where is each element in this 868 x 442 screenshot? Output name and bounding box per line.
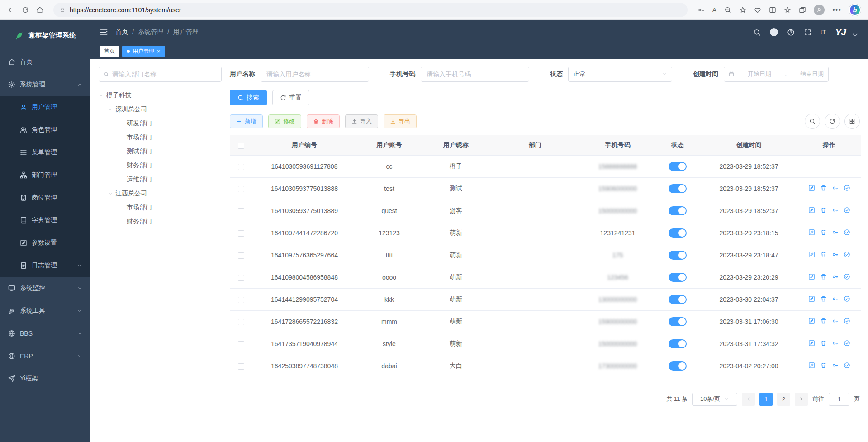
prev-page-button[interactable] [742, 393, 755, 406]
row-assign-role-icon[interactable] [844, 362, 850, 369]
split-screen-icon[interactable] [769, 6, 776, 14]
refresh-table-button[interactable] [825, 114, 840, 129]
row-checkbox[interactable] [238, 341, 244, 347]
row-edit-icon[interactable] [808, 273, 815, 280]
row-checkbox[interactable] [238, 252, 244, 259]
browser-home-icon[interactable] [36, 6, 43, 14]
row-delete-icon[interactable] [820, 340, 827, 347]
import-button[interactable]: 导入 [345, 114, 378, 128]
row-edit-icon[interactable] [808, 207, 815, 214]
reset-button[interactable]: 重置 [272, 90, 309, 105]
breadcrumb-system[interactable]: 系统管理 [138, 28, 163, 36]
copilot-icon[interactable]: b [849, 4, 861, 16]
add-button[interactable]: 新增 [230, 114, 263, 128]
row-reset-password-icon[interactable] [832, 207, 839, 214]
sidebar-item-user-management[interactable]: 用户管理 [0, 96, 90, 119]
tab-user-management[interactable]: 用户管理 × [122, 46, 165, 57]
edit-button[interactable]: 修改 [268, 114, 301, 128]
row-assign-role-icon[interactable] [844, 318, 850, 324]
breadcrumb-home[interactable]: 首页 [115, 28, 128, 36]
search-button[interactable]: 搜索 [230, 90, 267, 105]
tree-node-dept[interactable]: 市场部门 [99, 130, 222, 144]
tab-home[interactable]: 首页 [100, 46, 119, 57]
row-delete-icon[interactable] [820, 251, 827, 258]
tree-node-dept[interactable]: 财务部门 [99, 214, 222, 228]
sidebar-item-erp[interactable]: ERP [0, 345, 90, 367]
row-checkbox[interactable] [238, 363, 244, 370]
row-delete-icon[interactable] [820, 318, 827, 324]
table-row[interactable]: 1641097441472286720 123123 萌新 1231241231… [230, 222, 861, 244]
tree-node-dept[interactable]: 研发部门 [99, 116, 222, 130]
user-logo-badge[interactable]: YJ [835, 27, 846, 38]
sidebar-item-dept-management[interactable]: 部门管理 [0, 164, 90, 186]
phone-input[interactable] [421, 67, 529, 82]
row-delete-icon[interactable] [820, 295, 827, 302]
sidebar-item-menu-management[interactable]: 菜单管理 [0, 141, 90, 164]
sidebar-item-yi-framework[interactable]: Yi框架 [0, 367, 90, 390]
row-reset-password-icon[interactable] [832, 273, 839, 280]
export-button[interactable]: 导出 [384, 114, 417, 128]
row-assign-role-icon[interactable] [844, 340, 850, 347]
sidebar-item-system-monitor[interactable]: 系统监控 [0, 277, 90, 299]
status-toggle[interactable] [669, 206, 687, 215]
status-toggle[interactable] [669, 339, 687, 348]
status-toggle[interactable] [669, 184, 687, 193]
row-delete-icon[interactable] [820, 362, 827, 369]
row-reset-password-icon[interactable] [832, 340, 839, 347]
row-checkbox[interactable] [238, 230, 244, 237]
row-assign-role-icon[interactable] [844, 295, 850, 302]
row-delete-icon[interactable] [820, 185, 827, 191]
profile-avatar[interactable] [814, 5, 825, 15]
row-assign-role-icon[interactable] [844, 207, 850, 214]
table-row[interactable]: 1641030593775013888 test 测试 15906000000 … [230, 177, 861, 200]
table-row[interactable]: 1641097576365297664 tttt 萌新 175 2023-03-… [230, 244, 861, 266]
row-edit-icon[interactable] [808, 318, 815, 324]
table-row[interactable]: 1641030593775013889 guest 游客 15000000000… [230, 200, 861, 222]
page-size-select[interactable]: 10条/页 [692, 393, 737, 406]
toggle-search-button[interactable] [805, 114, 820, 129]
username-input[interactable] [261, 67, 369, 82]
row-delete-icon[interactable] [820, 207, 827, 214]
row-checkbox[interactable] [238, 164, 244, 170]
row-checkbox[interactable] [238, 275, 244, 281]
address-bar[interactable]: https://ccnetcore.com:1101/system/user [53, 3, 688, 17]
close-icon[interactable]: × [157, 48, 161, 55]
row-reset-password-icon[interactable] [832, 362, 839, 369]
row-checkbox[interactable] [238, 208, 244, 214]
menu-fold-icon[interactable] [100, 28, 108, 37]
goto-page-input[interactable] [829, 393, 849, 406]
sidebar-item-log-management[interactable]: 日志管理 [0, 254, 90, 277]
row-edit-icon[interactable] [808, 251, 815, 258]
table-row[interactable]: 1641098004586958848 oooo 萌新 123456 2023-… [230, 266, 861, 288]
row-reset-password-icon[interactable] [832, 185, 839, 191]
sidebar-item-param-settings[interactable]: 参数设置 [0, 232, 90, 254]
table-row[interactable]: 1641735719040978944 style 萌新 15000000000… [230, 333, 861, 355]
fullscreen-icon[interactable] [804, 29, 811, 36]
table-row[interactable]: 1641728665572216832 mmm 萌新 15900000000 2… [230, 310, 861, 333]
row-reset-password-icon[interactable] [832, 229, 839, 236]
status-toggle[interactable] [669, 295, 687, 304]
table-row[interactable]: 1642503897748738048 dabai 大白 17300000000… [230, 355, 861, 377]
row-delete-icon[interactable] [820, 229, 827, 236]
status-toggle[interactable] [669, 317, 687, 326]
status-select[interactable]: 正常 [568, 67, 672, 82]
more-options-icon[interactable]: ••• [832, 6, 841, 14]
page-1-button[interactable]: 1 [759, 393, 773, 406]
row-edit-icon[interactable] [808, 295, 815, 302]
row-edit-icon[interactable] [808, 229, 815, 236]
github-icon[interactable] [770, 28, 778, 36]
tree-node-dept[interactable]: 市场部门 [99, 200, 222, 214]
tree-node-dept[interactable]: 财务部门 [99, 158, 222, 172]
row-reset-password-icon[interactable] [832, 251, 839, 258]
password-key-icon[interactable] [697, 6, 705, 14]
sidebar-item-system-management[interactable]: 系统管理 [0, 73, 90, 96]
font-size-toggle[interactable]: tT [821, 29, 826, 36]
row-edit-icon[interactable] [808, 362, 815, 369]
tree-node-dept[interactable]: 运维部门 [99, 172, 222, 186]
table-row[interactable]: 1641030593691127808 cc 橙子 15888888888 20… [230, 155, 861, 177]
delete-button[interactable]: 删除 [307, 114, 340, 128]
row-checkbox[interactable] [238, 186, 244, 192]
status-toggle[interactable] [669, 228, 687, 238]
zoom-icon[interactable] [724, 6, 731, 14]
row-edit-icon[interactable] [808, 185, 815, 191]
